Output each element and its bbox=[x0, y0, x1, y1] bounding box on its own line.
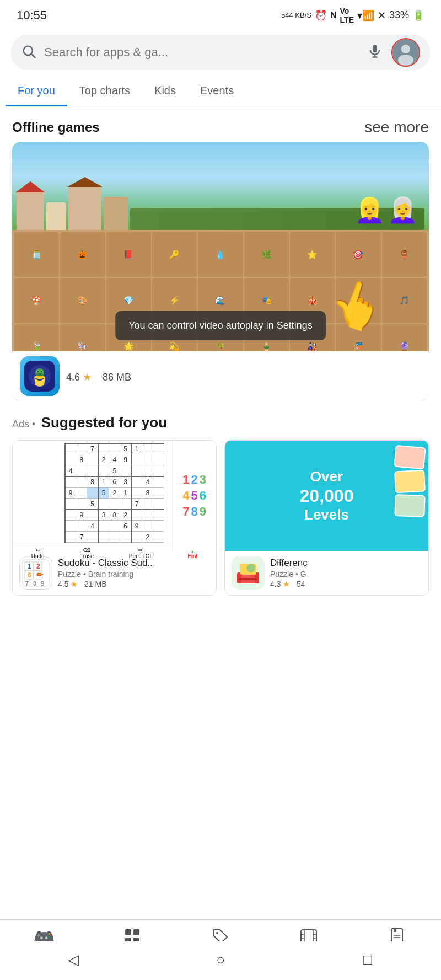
game-rating: 4.6 ★ 86 MB bbox=[66, 371, 131, 383]
tab-for-you[interactable]: For you bbox=[6, 76, 67, 106]
status-time: 10:55 bbox=[17, 8, 47, 23]
mic-icon[interactable] bbox=[367, 44, 383, 61]
village-background: 👱‍♀️ 👩‍🦳 bbox=[12, 142, 429, 230]
status-icons: 544 KB/S ⏰ N VoLTE ▾📶 ✕ 33% 🔋 bbox=[281, 7, 424, 24]
svg-rect-35 bbox=[239, 578, 257, 580]
tab-events[interactable]: Events bbox=[188, 76, 246, 106]
search-icon bbox=[21, 44, 36, 61]
sudoku-app-icon: 1 2 6 ✏ 7 8 9 bbox=[19, 556, 52, 590]
nfc-icon: N bbox=[330, 10, 337, 20]
svg-line-1 bbox=[31, 54, 35, 57]
difference-info-row: Differenc Puzzle • G 4.3 ★ 54 bbox=[225, 551, 428, 595]
user-avatar-image bbox=[392, 39, 419, 66]
sudoku-app-info: Sudoku - Classic Sud... Puzzle • Brain t… bbox=[58, 558, 155, 588]
svg-point-40 bbox=[216, 932, 218, 934]
ads-label: Ads • Suggested for you bbox=[12, 414, 429, 431]
system-navigation: ◁ ○ □ bbox=[0, 941, 441, 980]
svg-text:2: 2 bbox=[36, 563, 40, 570]
difference-app-category: Puzzle • G bbox=[270, 570, 308, 579]
svg-point-34 bbox=[246, 564, 255, 572]
svg-text:1: 1 bbox=[28, 563, 31, 570]
svg-point-14 bbox=[41, 371, 42, 373]
search-bar[interactable] bbox=[11, 35, 430, 70]
offline-games-header: Offline games see more bbox=[0, 106, 441, 142]
svg-point-16 bbox=[34, 376, 45, 379]
search-input[interactable] bbox=[44, 45, 359, 60]
over-levels-display: Over 20,000 Levels bbox=[225, 441, 428, 551]
difference-app-icon bbox=[232, 556, 265, 590]
ads-suggested-section: Ads • Suggested for you Mistakes: 0/3 Ha… bbox=[0, 401, 441, 601]
back-button[interactable]: ◁ bbox=[60, 946, 87, 973]
game-info-row: 4.6 ★ 86 MB bbox=[12, 351, 429, 401]
battery-indicator: 33% bbox=[389, 9, 409, 21]
signal-x-icon: ✕ bbox=[378, 9, 386, 22]
svg-rect-2 bbox=[373, 45, 377, 52]
wifi-icon: ▾📶 bbox=[357, 9, 374, 22]
game-banner[interactable]: 👱‍♀️ 👩‍🦳 🫙🎃📕🔑💧🌿⭐🎯🏺🍄🎨💎⚡🌊🎭🎪🏮🎵🍃🎠🌟💫🎋🎍🎎🎏🔮🎴🧩🎲🌈… bbox=[12, 142, 429, 401]
offline-games-arrow[interactable]: see more bbox=[364, 119, 429, 136]
tab-kids[interactable]: Kids bbox=[142, 76, 188, 106]
home-button[interactable]: ○ bbox=[207, 946, 234, 973]
star-icon: ★ bbox=[83, 372, 92, 383]
sudoku-preview: Mistakes: 0/3 Hard 00:05 ⏸ 7518249458163… bbox=[13, 441, 216, 551]
tabs-nav: For you Top charts Kids Events bbox=[0, 76, 441, 106]
difference-app-info: Differenc Puzzle • G 4.3 ★ 54 bbox=[270, 558, 308, 588]
svg-text:9: 9 bbox=[41, 580, 44, 587]
sudoku-app-category: Puzzle • Brain training bbox=[58, 570, 155, 579]
avatar[interactable] bbox=[391, 38, 420, 67]
offline-games-title: Offline games bbox=[12, 120, 100, 135]
status-bar: 10:55 544 KB/S ⏰ N VoLTE ▾📶 ✕ 33% 🔋 bbox=[0, 0, 441, 30]
number-selector: 1 2 3 4 5 6 7 8 9 bbox=[172, 441, 216, 551]
svg-rect-37 bbox=[133, 929, 139, 935]
difference-app-rating: 4.3 ★ 54 bbox=[270, 580, 308, 588]
sudoku-table: 751824945816349521857938246972 bbox=[64, 443, 165, 543]
game-details: 4.6 ★ 86 MB bbox=[66, 369, 131, 383]
svg-text:6: 6 bbox=[28, 571, 31, 579]
difference-preview: Over 20,000 Levels bbox=[225, 441, 428, 551]
game-app-icon bbox=[20, 356, 60, 396]
svg-rect-36 bbox=[125, 929, 131, 935]
svg-text:7: 7 bbox=[25, 580, 29, 587]
recents-button[interactable]: □ bbox=[354, 946, 381, 973]
difference-app-name: Differenc bbox=[270, 558, 308, 569]
suggested-title: Suggested for you bbox=[41, 414, 167, 431]
svg-text:✏: ✏ bbox=[36, 570, 44, 579]
battery-icon: 🔋 bbox=[412, 9, 424, 22]
network-speed: 544 KB/S bbox=[281, 11, 311, 20]
tab-top-charts[interactable]: Top charts bbox=[67, 76, 142, 106]
svg-text:8: 8 bbox=[33, 580, 36, 587]
svg-point-7 bbox=[398, 55, 413, 66]
autoplay-toast: You can control video autoplay in Settin… bbox=[115, 311, 326, 340]
alarm-icon: ⏰ bbox=[315, 9, 327, 22]
difference-ad-card[interactable]: Over 20,000 Levels bbox=[224, 440, 429, 596]
svg-point-6 bbox=[401, 45, 410, 53]
svg-rect-49 bbox=[394, 929, 396, 932]
volte-icon: VoLTE bbox=[340, 7, 354, 24]
sudoku-app-rating: 4.5 ★ 21 MB bbox=[58, 580, 155, 588]
ads-grid: Mistakes: 0/3 Hard 00:05 ⏸ 7518249458163… bbox=[12, 440, 429, 596]
svg-point-13 bbox=[37, 371, 39, 373]
sudoku-ad-card[interactable]: Mistakes: 0/3 Hard 00:05 ⏸ 7518249458163… bbox=[12, 440, 217, 596]
over-levels-text: Over 20,000 Levels bbox=[300, 468, 354, 524]
